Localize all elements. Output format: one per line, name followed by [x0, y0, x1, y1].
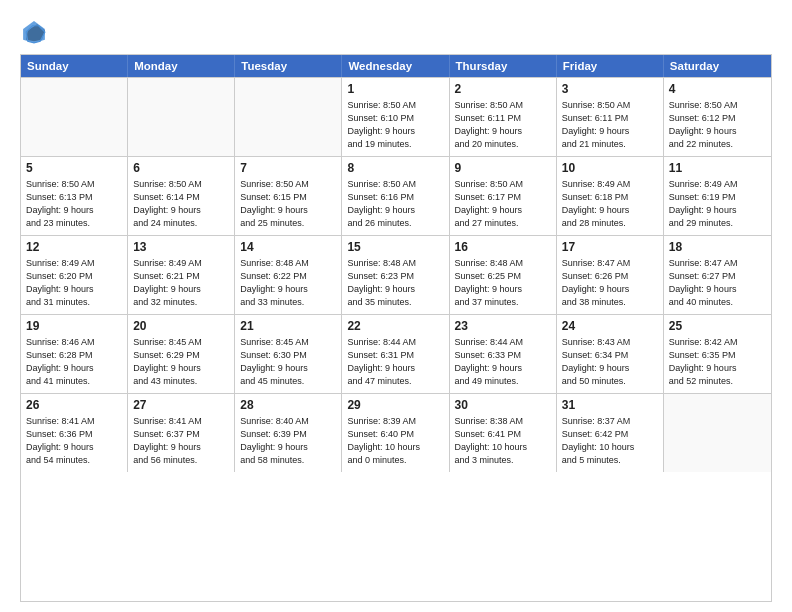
cell-line: Sunset: 6:22 PM — [240, 270, 336, 283]
calendar-cell-r2-c3: 15Sunrise: 8:48 AMSunset: 6:23 PMDayligh… — [342, 236, 449, 314]
cell-line: Sunrise: 8:47 AM — [562, 257, 658, 270]
cell-line: Daylight: 9 hours — [26, 204, 122, 217]
cell-line: Daylight: 9 hours — [26, 362, 122, 375]
cell-line: Daylight: 9 hours — [669, 362, 766, 375]
page: SundayMondayTuesdayWednesdayThursdayFrid… — [0, 0, 792, 612]
calendar-cell-r3-c1: 20Sunrise: 8:45 AMSunset: 6:29 PMDayligh… — [128, 315, 235, 393]
cell-line: and 21 minutes. — [562, 138, 658, 151]
cell-line: and 41 minutes. — [26, 375, 122, 388]
cell-line: Sunset: 6:30 PM — [240, 349, 336, 362]
calendar-cell-r4-c4: 30Sunrise: 8:38 AMSunset: 6:41 PMDayligh… — [450, 394, 557, 472]
cell-line: Sunrise: 8:49 AM — [669, 178, 766, 191]
day-number: 11 — [669, 161, 766, 175]
cell-line: Daylight: 9 hours — [562, 362, 658, 375]
day-number: 19 — [26, 319, 122, 333]
cell-line: Daylight: 9 hours — [26, 441, 122, 454]
calendar-row-1: 1Sunrise: 8:50 AMSunset: 6:10 PMDaylight… — [21, 77, 771, 156]
calendar-cell-r0-c3: 1Sunrise: 8:50 AMSunset: 6:10 PMDaylight… — [342, 78, 449, 156]
day-number: 8 — [347, 161, 443, 175]
cell-line: Sunrise: 8:50 AM — [133, 178, 229, 191]
calendar-cell-r1-c3: 8Sunrise: 8:50 AMSunset: 6:16 PMDaylight… — [342, 157, 449, 235]
cell-line: Daylight: 9 hours — [455, 362, 551, 375]
calendar-cell-r2-c2: 14Sunrise: 8:48 AMSunset: 6:22 PMDayligh… — [235, 236, 342, 314]
calendar-cell-r4-c0: 26Sunrise: 8:41 AMSunset: 6:36 PMDayligh… — [21, 394, 128, 472]
calendar-cell-r1-c2: 7Sunrise: 8:50 AMSunset: 6:15 PMDaylight… — [235, 157, 342, 235]
cell-line: Daylight: 9 hours — [455, 125, 551, 138]
cell-line: Daylight: 9 hours — [347, 283, 443, 296]
cell-line: Daylight: 9 hours — [133, 283, 229, 296]
calendar-cell-r3-c4: 23Sunrise: 8:44 AMSunset: 6:33 PMDayligh… — [450, 315, 557, 393]
cell-line: Sunrise: 8:45 AM — [240, 336, 336, 349]
calendar-cell-r4-c1: 27Sunrise: 8:41 AMSunset: 6:37 PMDayligh… — [128, 394, 235, 472]
cell-line: Sunset: 6:21 PM — [133, 270, 229, 283]
calendar: SundayMondayTuesdayWednesdayThursdayFrid… — [20, 54, 772, 602]
calendar-cell-r2-c4: 16Sunrise: 8:48 AMSunset: 6:25 PMDayligh… — [450, 236, 557, 314]
calendar-header-friday: Friday — [557, 55, 664, 77]
cell-line: and 5 minutes. — [562, 454, 658, 467]
cell-line: Sunrise: 8:37 AM — [562, 415, 658, 428]
calendar-cell-r1-c6: 11Sunrise: 8:49 AMSunset: 6:19 PMDayligh… — [664, 157, 771, 235]
cell-line: and 38 minutes. — [562, 296, 658, 309]
cell-line: Daylight: 9 hours — [562, 125, 658, 138]
cell-line: Daylight: 9 hours — [240, 362, 336, 375]
calendar-cell-r3-c3: 22Sunrise: 8:44 AMSunset: 6:31 PMDayligh… — [342, 315, 449, 393]
calendar-row-2: 5Sunrise: 8:50 AMSunset: 6:13 PMDaylight… — [21, 156, 771, 235]
day-number: 9 — [455, 161, 551, 175]
day-number: 2 — [455, 82, 551, 96]
cell-line: and 49 minutes. — [455, 375, 551, 388]
calendar-cell-r2-c6: 18Sunrise: 8:47 AMSunset: 6:27 PMDayligh… — [664, 236, 771, 314]
day-number: 15 — [347, 240, 443, 254]
cell-line: and 40 minutes. — [669, 296, 766, 309]
calendar-header-saturday: Saturday — [664, 55, 771, 77]
cell-line: Sunset: 6:37 PM — [133, 428, 229, 441]
calendar-cell-r0-c5: 3Sunrise: 8:50 AMSunset: 6:11 PMDaylight… — [557, 78, 664, 156]
cell-line: Daylight: 10 hours — [347, 441, 443, 454]
cell-line: and 54 minutes. — [26, 454, 122, 467]
day-number: 17 — [562, 240, 658, 254]
day-number: 26 — [26, 398, 122, 412]
cell-line: and 47 minutes. — [347, 375, 443, 388]
cell-line: Sunrise: 8:41 AM — [26, 415, 122, 428]
cell-line: Sunrise: 8:50 AM — [455, 99, 551, 112]
day-number: 31 — [562, 398, 658, 412]
cell-line: Sunrise: 8:43 AM — [562, 336, 658, 349]
cell-line: Daylight: 9 hours — [347, 362, 443, 375]
day-number: 7 — [240, 161, 336, 175]
cell-line: Sunrise: 8:48 AM — [347, 257, 443, 270]
cell-line: Sunset: 6:40 PM — [347, 428, 443, 441]
cell-line: Sunset: 6:26 PM — [562, 270, 658, 283]
cell-line: and 28 minutes. — [562, 217, 658, 230]
cell-line: Sunrise: 8:40 AM — [240, 415, 336, 428]
calendar-cell-r2-c0: 12Sunrise: 8:49 AMSunset: 6:20 PMDayligh… — [21, 236, 128, 314]
calendar-cell-r1-c5: 10Sunrise: 8:49 AMSunset: 6:18 PMDayligh… — [557, 157, 664, 235]
cell-line: Sunset: 6:42 PM — [562, 428, 658, 441]
cell-line: Sunset: 6:14 PM — [133, 191, 229, 204]
cell-line: Sunrise: 8:44 AM — [347, 336, 443, 349]
cell-line: Daylight: 10 hours — [455, 441, 551, 454]
calendar-cell-r0-c1 — [128, 78, 235, 156]
calendar-cell-r1-c1: 6Sunrise: 8:50 AMSunset: 6:14 PMDaylight… — [128, 157, 235, 235]
cell-line: Sunset: 6:35 PM — [669, 349, 766, 362]
cell-line: and 27 minutes. — [455, 217, 551, 230]
cell-line: and 45 minutes. — [240, 375, 336, 388]
cell-line: Daylight: 9 hours — [455, 283, 551, 296]
day-number: 5 — [26, 161, 122, 175]
cell-line: and 26 minutes. — [347, 217, 443, 230]
calendar-cell-r0-c2 — [235, 78, 342, 156]
day-number: 18 — [669, 240, 766, 254]
day-number: 30 — [455, 398, 551, 412]
day-number: 22 — [347, 319, 443, 333]
cell-line: Sunset: 6:17 PM — [455, 191, 551, 204]
day-number: 25 — [669, 319, 766, 333]
cell-line: Daylight: 10 hours — [562, 441, 658, 454]
cell-line: and 0 minutes. — [347, 454, 443, 467]
cell-line: Daylight: 9 hours — [562, 204, 658, 217]
cell-line: Daylight: 9 hours — [562, 283, 658, 296]
cell-line: and 23 minutes. — [26, 217, 122, 230]
cell-line: Sunrise: 8:50 AM — [669, 99, 766, 112]
cell-line: Sunset: 6:39 PM — [240, 428, 336, 441]
cell-line: and 32 minutes. — [133, 296, 229, 309]
day-number: 12 — [26, 240, 122, 254]
cell-line: Daylight: 9 hours — [240, 283, 336, 296]
cell-line: Daylight: 9 hours — [347, 204, 443, 217]
